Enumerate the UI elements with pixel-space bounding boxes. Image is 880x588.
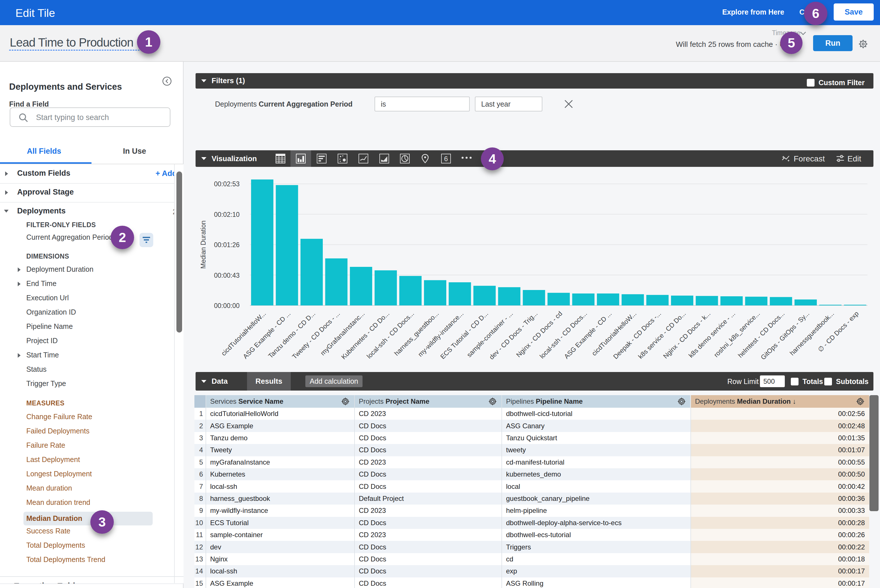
svg-text:00:02:10: 00:02:10 <box>214 211 239 218</box>
svg-text:6: 6 <box>444 155 448 163</box>
svg-text:roshni_k8s_service...: roshni_k8s_service... <box>713 310 761 358</box>
svg-text:GitOps - GitOps - Sy...: GitOps - GitOps - Sy... <box>759 310 811 361</box>
svg-text:∅ - CD Docs - exp: ∅ - CD Docs - exp <box>817 310 860 353</box>
svg-text:my-wildfly-instance...: my-wildfly-instance... <box>417 310 465 358</box>
svg-text:harness_guestboo...: harness_guestboo... <box>393 310 440 357</box>
svg-text:k8s service - CD Do...: k8s service - CD Do... <box>637 310 687 360</box>
svg-text:ECS Tutorial - CD D...: ECS Tutorial - CD D... <box>439 310 489 360</box>
svg-text:ASG Example - CD ...: ASG Example - CD ... <box>563 310 613 360</box>
svg-text:00:02:53: 00:02:53 <box>214 180 239 188</box>
svg-text:Tweety - CD Docs - ...: Tweety - CD Docs - ... <box>290 310 341 360</box>
svg-text:Tanzu demo - CD D...: Tanzu demo - CD D... <box>267 310 317 360</box>
svg-text:local-ssh - CD Docs...: local-ssh - CD Docs... <box>538 310 588 360</box>
svg-text:cicdTutorialHelloW...: cicdTutorialHelloW... <box>590 310 638 357</box>
svg-text:Kubernetes - CD Do...: Kubernetes - CD Do... <box>340 310 391 361</box>
svg-text:local-ssh - CD Docs...: local-ssh - CD Docs... <box>366 310 416 360</box>
svg-text:Deepak - CD Docs -...: Deepak - CD Docs -... <box>612 310 662 360</box>
svg-text:cicdTutorialHelloW...: cicdTutorialHelloW... <box>220 310 267 357</box>
svg-text:k8s demo service - ...: k8s demo service - ... <box>687 310 737 359</box>
svg-text:00:01:26: 00:01:26 <box>214 241 239 249</box>
svg-text:Nginx - CD Docs - k...: Nginx - CD Docs - k... <box>662 310 712 360</box>
svg-text:dev - CD Docs - Trig...: dev - CD Docs - Trig... <box>488 310 539 361</box>
svg-text:harnessguestbook...: harnessguestbook... <box>788 310 835 357</box>
svg-text:Nginx - CD Docs - cd: Nginx - CD Docs - cd <box>514 310 564 358</box>
svg-text:sample-container - ...: sample-container - ... <box>465 310 514 358</box>
svg-text:helmtest - CD Docs...: helmtest - CD Docs... <box>737 310 786 359</box>
svg-text:00:00:43: 00:00:43 <box>214 272 239 279</box>
svg-text:ASG Example - CD ...: ASG Example - CD ... <box>242 310 292 360</box>
svg-text:Median Duration: Median Duration <box>200 220 207 269</box>
svg-text:myGrafanaInstanc...: myGrafanaInstanc... <box>319 310 366 357</box>
svg-text:00:00:00: 00:00:00 <box>214 302 239 309</box>
